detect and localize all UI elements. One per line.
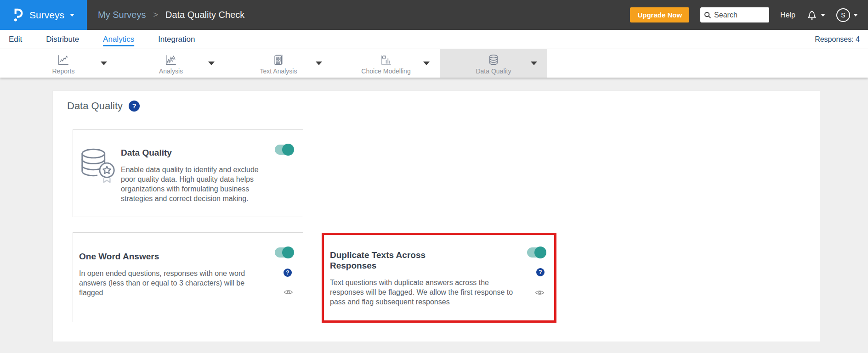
survey-nav: Edit Distribute Analytics Integration Re…: [0, 30, 868, 49]
breadcrumb-my-surveys[interactable]: My Surveys: [98, 10, 146, 20]
top-bar: Surveys My Surveys > Data Quality Check …: [0, 0, 868, 30]
notifications-menu[interactable]: [806, 9, 825, 21]
card-title: Duplicate Texts Across Responses: [330, 250, 459, 271]
breadcrumb-separator: >: [153, 10, 158, 20]
panel-header: Data Quality ?: [53, 91, 820, 121]
help-badge-icon[interactable]: ?: [536, 268, 545, 276]
data-quality-panel: Data Quality ? Data Quality Enable data …: [52, 90, 820, 342]
search-box[interactable]: [700, 7, 769, 22]
responses-count[interactable]: Responses: 4: [815, 35, 860, 44]
analytics-subnav: Reports Analysis Text A: [0, 49, 868, 78]
top-bar-actions: Upgrade Now Help S: [630, 7, 868, 22]
scatter-bar-icon: [380, 52, 392, 66]
subtab-text-analysis[interactable]: Text Analysis: [225, 49, 332, 78]
eye-icon[interactable]: [284, 289, 293, 297]
feature-card-body: Data Quality Enable data quality to iden…: [121, 147, 274, 217]
one-word-answers-card: One Word Answers In open ended questions…: [73, 232, 303, 322]
subtab-label: Choice Modelling: [361, 67, 410, 75]
account-menu[interactable]: S: [836, 8, 858, 22]
card-description: Text questions with duplicate answers ac…: [330, 278, 525, 307]
card-title: One Word Answers: [79, 251, 294, 262]
subtab-label: Analysis: [159, 67, 183, 75]
card-title: Data Quality: [121, 147, 274, 158]
help-badge-icon[interactable]: ?: [129, 101, 140, 112]
duplicate-texts-toggle[interactable]: [527, 247, 545, 258]
chevron-down-icon[interactable]: [316, 62, 322, 65]
document-grid-icon: [273, 52, 284, 66]
chevron-down-icon: [821, 14, 825, 17]
chevron-down-icon[interactable]: [208, 62, 215, 65]
subtab-label: Text Analysis: [260, 67, 297, 75]
breadcrumb: My Surveys > Data Quality Check: [98, 10, 244, 20]
subtab-choice-modelling[interactable]: Choice Modelling: [332, 49, 440, 78]
data-quality-toggle[interactable]: [275, 145, 293, 155]
product-switcher[interactable]: Surveys: [0, 0, 87, 30]
duplicate-texts-card: Duplicate Texts Across Responses Text qu…: [322, 233, 556, 323]
subtab-analysis[interactable]: Analysis: [117, 49, 225, 78]
tab-edit[interactable]: Edit: [9, 35, 22, 44]
subtab-reports[interactable]: Reports: [10, 49, 117, 78]
breadcrumb-current: Data Quality Check: [165, 10, 244, 20]
subtab-label: Reports: [52, 67, 74, 75]
search-icon: [704, 11, 711, 19]
page-title: Data Quality: [67, 100, 123, 112]
help-link[interactable]: Help: [780, 11, 795, 19]
tab-distribute[interactable]: Distribute: [46, 35, 79, 44]
data-quality-feature-card: Data Quality Enable data quality to iden…: [73, 129, 303, 217]
product-name: Surveys: [29, 10, 64, 21]
chevron-down-icon[interactable]: [101, 62, 107, 65]
subtab-data-quality[interactable]: Data Quality: [440, 49, 547, 78]
line-chart-icon: [57, 52, 70, 66]
card-description: Enable data quality to identify and excl…: [121, 165, 274, 203]
subtab-label: Data Quality: [476, 67, 511, 75]
tab-analytics[interactable]: Analytics: [103, 35, 134, 44]
questionpro-logo-icon: [12, 8, 24, 22]
chevron-down-icon: [853, 14, 858, 17]
search-input[interactable]: [714, 11, 762, 19]
eye-icon[interactable]: [535, 289, 545, 298]
help-badge-icon[interactable]: ?: [284, 269, 292, 277]
chevron-down-icon: [70, 14, 74, 17]
multi-line-chart-icon: [165, 52, 177, 66]
upgrade-now-button[interactable]: Upgrade Now: [630, 7, 689, 22]
database-star-icon: [79, 146, 121, 217]
one-word-answers-toggle[interactable]: [275, 247, 293, 258]
bell-icon: [806, 9, 817, 21]
chevron-down-icon[interactable]: [531, 62, 537, 65]
avatar: S: [836, 8, 850, 22]
tab-integration[interactable]: Integration: [158, 35, 195, 44]
card-description: In open ended questions, responses with …: [79, 269, 265, 297]
database-icon: [488, 52, 499, 66]
chevron-down-icon[interactable]: [423, 62, 430, 65]
